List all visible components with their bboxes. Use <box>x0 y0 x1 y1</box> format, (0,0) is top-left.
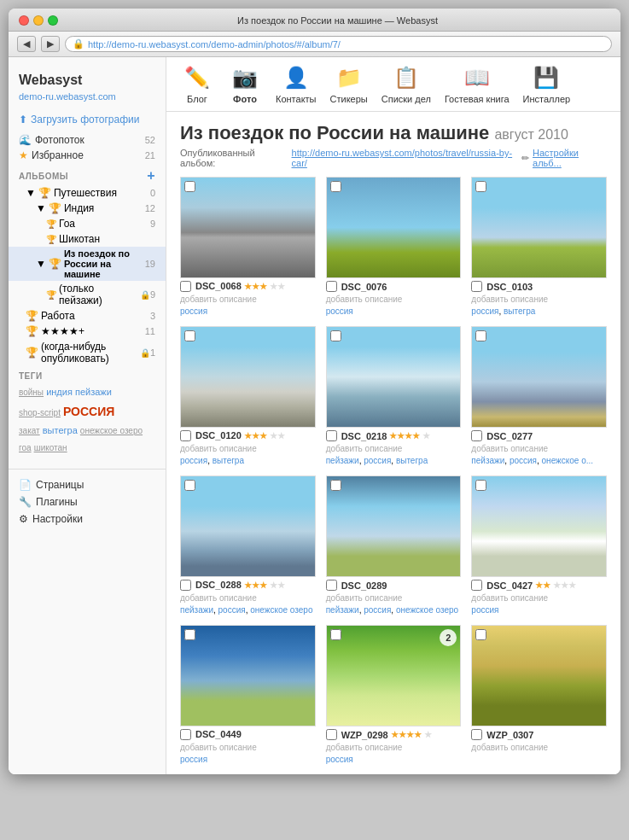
photo-thumb-dsc0277[interactable] <box>471 326 607 428</box>
photo-check-dsc0103[interactable] <box>471 281 482 292</box>
tag-link[interactable]: россия <box>510 456 537 465</box>
close-button[interactable] <box>19 15 29 26</box>
photo-select-dsc0449[interactable] <box>184 629 195 640</box>
toolbar-contacts[interactable]: 👤 Контакты <box>276 64 317 104</box>
sidebar-item-shikotan[interactable]: 🏆 Шикотан <box>9 231 166 247</box>
photo-thumb-wzp0307[interactable] <box>471 625 607 726</box>
photo-desc-dsc0120[interactable]: добавить описание <box>180 444 316 453</box>
maximize-button[interactable] <box>48 15 58 26</box>
photo-select-dsc0289[interactable] <box>330 480 341 491</box>
photo-desc-dsc0288[interactable]: добавить описание <box>180 593 316 603</box>
tag-link[interactable]: россия <box>218 605 246 615</box>
tag-link[interactable]: россия <box>326 755 353 764</box>
tag-link[interactable]: пейзажи <box>180 605 213 615</box>
tag-india[interactable]: индия <box>46 387 73 397</box>
photo-check-dsc0288[interactable] <box>180 580 191 591</box>
photo-select-dsc0068[interactable] <box>184 181 195 192</box>
tag-link[interactable]: пейзажи <box>326 605 359 615</box>
tag-link[interactable]: россия <box>180 306 207 316</box>
photo-thumb-dsc0068[interactable] <box>180 177 316 278</box>
sidebar-item-future[interactable]: 🏆 (когда-нибудь опубликовать) 🔒 1 <box>9 339 166 366</box>
photo-desc-dsc0103[interactable]: добавить описание <box>471 295 607 304</box>
tag-link[interactable]: онежское озеро <box>396 605 458 615</box>
tag-onega[interactable]: онежское озеро <box>80 426 143 435</box>
tag-vytegra[interactable]: вытегра <box>43 425 78 435</box>
photo-check-dsc0218[interactable] <box>326 430 337 441</box>
toolbar-todo[interactable]: 📋 Списки дел <box>381 64 431 104</box>
settings-link[interactable]: Настройки альб... <box>533 148 607 168</box>
photo-check-dsc0427[interactable] <box>471 580 482 591</box>
tag-link[interactable]: россия <box>471 605 498 615</box>
tag-link[interactable]: россия <box>364 456 391 465</box>
sidebar-item-goa[interactable]: 🏆 Гоа 9 <box>9 216 166 231</box>
photo-desc-wzp0298[interactable]: добавить описание <box>326 743 462 752</box>
tag-link[interactable]: вытегра <box>396 456 428 465</box>
photo-desc-dsc0427[interactable]: добавить описание <box>471 593 607 603</box>
published-url-link[interactable]: http://demo-ru.webasyst.com/photos/trave… <box>292 148 519 168</box>
photo-desc-dsc0068[interactable]: добавить описание <box>180 295 316 304</box>
photo-check-dsc0289[interactable] <box>326 580 337 591</box>
photo-check-wzp0307[interactable] <box>471 729 482 740</box>
toolbar-installer[interactable]: 💾 Инсталлер <box>523 64 571 104</box>
tag-link[interactable]: пейзажи <box>471 456 504 465</box>
sidebar-item-photostream[interactable]: 🌊 Фотопоток 52 <box>9 132 166 148</box>
photo-check-wzp0298[interactable] <box>326 729 337 740</box>
photo-select-dsc0218[interactable] <box>330 330 341 341</box>
toolbar-blog[interactable]: ✏️ Блог <box>180 64 214 104</box>
sidebar-item-travels[interactable]: ▼ 🏆 Путешествия 0 <box>9 185 166 201</box>
tag-link[interactable]: россия <box>471 306 498 316</box>
photo-thumb-dsc0427[interactable] <box>471 475 607 577</box>
photo-select-wzp0298[interactable] <box>330 629 341 640</box>
toolbar-stickers[interactable]: 📁 Стикеры <box>330 64 368 104</box>
photo-select-dsc0427[interactable] <box>475 480 486 491</box>
photo-thumb-dsc0076[interactable] <box>326 177 462 278</box>
photo-select-dsc0120[interactable] <box>184 330 195 341</box>
photo-thumb-dsc0289[interactable] <box>326 475 462 577</box>
photo-thumb-dsc0120[interactable] <box>180 326 316 428</box>
address-bar[interactable]: 🔒 http://demo-ru.webasyst.com/demo-admin… <box>65 36 612 52</box>
photo-select-dsc0277[interactable] <box>475 330 486 341</box>
tag-shikotan[interactable]: шикотан <box>34 443 67 452</box>
photo-thumb-wzp0298[interactable]: 2 <box>326 625 462 726</box>
minimize-button[interactable] <box>33 15 44 26</box>
sidebar-item-india[interactable]: ▼ 🏆 Индия 12 <box>9 201 166 216</box>
sidebar-item-landscapes-only[interactable]: 🏆 (только пейзажи) 🔒 9 <box>9 281 166 308</box>
photo-check-dsc0120[interactable] <box>180 430 191 441</box>
tag-link[interactable]: россия <box>180 456 207 465</box>
sidebar-item-plugins[interactable]: 🔧 Плагины <box>19 493 155 510</box>
photo-thumb-dsc0103[interactable] <box>471 177 607 278</box>
sidebar-item-russia-trip[interactable]: ▼ 🏆 Из поездок по России на машине 19 <box>9 247 166 281</box>
photo-check-dsc0277[interactable] <box>471 430 482 441</box>
tag-link[interactable]: россия <box>180 755 207 764</box>
tag-wars[interactable]: войны <box>19 388 44 397</box>
photo-check-dsc0449[interactable] <box>180 729 191 740</box>
photo-select-dsc0076[interactable] <box>330 181 341 192</box>
tag-link[interactable]: россия <box>326 306 353 316</box>
sidebar-site-link[interactable]: demo-ru.webasyst.com <box>9 91 166 110</box>
sidebar-item-settings[interactable]: ⚙ Настройки <box>19 510 155 528</box>
tag-link[interactable]: россия <box>364 605 391 615</box>
photo-select-wzp0307[interactable] <box>475 629 486 640</box>
toolbar-guestbook[interactable]: 📖 Гостевая книга <box>445 64 510 104</box>
tag-zakaz[interactable]: закат <box>19 426 40 435</box>
photo-desc-dsc0277[interactable]: добавить описание <box>471 444 607 453</box>
photo-select-dsc0288[interactable] <box>184 480 195 491</box>
sidebar-item-stars[interactable]: 🏆 ★★★★+ 11 <box>9 324 166 339</box>
photo-thumb-dsc0449[interactable] <box>180 625 316 726</box>
upload-photos-button[interactable]: ⬆ Загрузить фотографии <box>9 110 166 132</box>
tag-shopscript[interactable]: shop-script <box>19 408 61 417</box>
add-album-button[interactable]: + <box>147 168 155 184</box>
photo-thumb-dsc0218[interactable] <box>326 326 462 428</box>
tag-link[interactable]: вытегра <box>213 456 244 465</box>
photo-thumb-dsc0288[interactable] <box>180 475 316 577</box>
site-link[interactable]: demo-ru.webasyst.com <box>19 91 116 102</box>
photo-check-dsc0076[interactable] <box>326 281 337 292</box>
forward-button[interactable]: ▶ <box>41 36 60 52</box>
photo-desc-dsc0449[interactable]: добавить описание <box>180 743 316 752</box>
back-button[interactable]: ◀ <box>17 36 36 52</box>
toolbar-photos[interactable]: 📷 Фото <box>228 64 262 104</box>
tag-goa[interactable]: гоа <box>19 443 32 452</box>
sidebar-item-pages[interactable]: 📄 Страницы <box>19 476 155 493</box>
photo-desc-dsc0218[interactable]: добавить описание <box>326 444 462 453</box>
tag-russia[interactable]: РОССИЯ <box>63 405 114 418</box>
